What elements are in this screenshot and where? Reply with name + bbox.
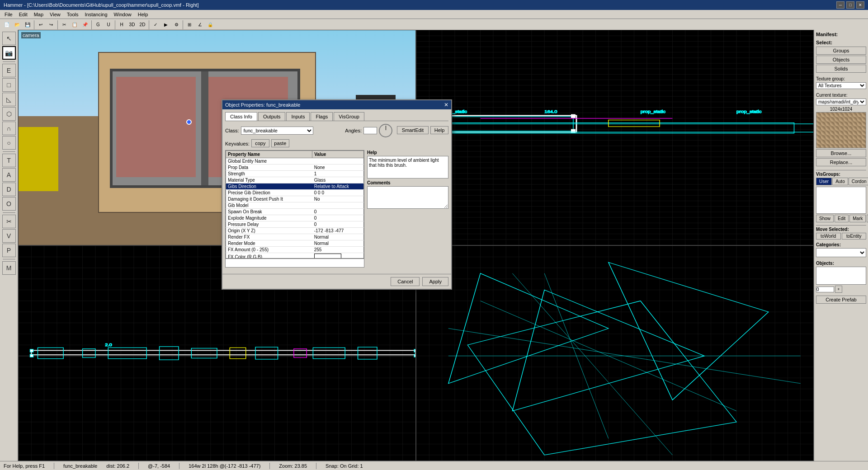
table-row[interactable]: FX Color (R G B) [226,253,364,259]
maximize-button[interactable]: □ [846,1,854,9]
comments-textarea[interactable] [367,186,448,209]
minimize-button[interactable]: ─ [836,1,844,9]
cancel-button[interactable]: Cancel [391,277,420,286]
tool-cylinder[interactable]: ⬡ [2,107,16,121]
dialog-close-button[interactable]: ✕ [444,102,448,108]
menu-view[interactable]: View [47,11,63,18]
objects-count-input[interactable] [816,287,834,292]
toolbar-snap-grid[interactable]: ⊞ [184,20,194,30]
table-row[interactable]: FX Amount (0 - 255)255 [226,247,364,253]
tool-entity[interactable]: E [2,64,16,77]
tool-texture[interactable]: T [2,154,16,167]
categories-select[interactable] [816,248,866,257]
toolbar-check[interactable]: ✓ [151,20,160,30]
tool-arch[interactable]: ∩ [2,122,16,135]
menu-help[interactable]: Help [135,11,151,18]
menu-tools[interactable]: Tools [64,11,81,18]
viewport-side[interactable] [416,245,814,461]
show-visgroup-button[interactable]: Show [816,215,834,222]
table-row[interactable]: Global Entity Name [226,158,364,164]
tool-block[interactable]: □ [2,78,16,92]
toolbar-compile[interactable]: ▶ [161,20,171,30]
table-row[interactable]: Render ModeNormal [226,240,364,247]
current-texture-select[interactable]: maps/ramadi/int_drywa [816,99,866,105]
table-row[interactable]: Spawn On Break0 [226,209,364,215]
tab-flags[interactable]: Flags [311,112,333,121]
toolbar-run[interactable]: ⚙ [171,20,181,30]
to-world-button[interactable]: toWorld [816,233,841,240]
table-row[interactable]: Damaging it Doesnt Push ItNo [226,196,364,202]
tool-overlay[interactable]: O [2,197,16,211]
edit-visgroup-button[interactable]: Edit [835,215,849,222]
table-row[interactable]: Pressure Delay0 [226,221,364,228]
menu-file[interactable]: File [2,11,15,18]
table-row[interactable]: Gib Model [226,202,364,209]
solids-button[interactable]: Solids [816,65,866,73]
toolbar-3d[interactable]: 3D [127,20,137,30]
toolbar-snap-angle[interactable]: ∠ [195,20,205,30]
apply-button[interactable]: Apply [422,277,448,286]
paste-button[interactable]: paste [271,139,289,147]
menu-window[interactable]: Window [111,11,134,18]
replace-button[interactable]: Replace... [816,158,866,166]
to-entity-button[interactable]: toEntity [842,233,867,240]
cordon-visgroup-button[interactable]: Cordon [849,178,868,185]
tool-decal[interactable]: D [2,183,16,196]
menu-instancing[interactable]: Instancing [82,11,110,18]
toolbar-save[interactable]: 💾 [23,20,33,30]
tool-camera[interactable]: 📷 [2,46,16,60]
tab-outputs[interactable]: Outputs [258,112,286,121]
auto-visgroup-button[interactable]: Auto [832,178,848,185]
user-visgroup-button[interactable]: User [816,178,832,185]
tab-inputs[interactable]: Inputs [286,112,310,121]
menu-edit[interactable]: Edit [16,11,30,18]
objects-button[interactable]: Objects [816,56,866,64]
toolbar-new[interactable]: 📄 [2,20,12,30]
table-row[interactable]: Prop DataNone [226,164,364,171]
table-row[interactable]: Strength1 [226,171,364,177]
tool-sphere[interactable]: ○ [2,136,16,150]
texture-group-select[interactable]: All Textures [816,82,866,89]
table-row[interactable]: Precise Gib Direction0 0 0 [226,190,364,196]
toolbar-redo[interactable]: ↪ [46,20,56,30]
tool-wedge[interactable]: ◺ [2,93,16,106]
toolbar-undo[interactable]: ↩ [36,20,46,30]
class-select[interactable]: func_breakable [241,127,313,135]
tool-apply[interactable]: A [2,168,16,182]
table-row[interactable]: Gibs DirectionRelative to Attack [226,183,364,190]
objects-increment-button[interactable]: + [835,286,842,293]
toolbar-group[interactable]: G [93,20,103,30]
tool-vertex[interactable]: V [2,229,16,243]
toolbar-texture-lock[interactable]: 🔒 [205,20,215,30]
viewport-top[interactable]: prop_static 164.0 prop_static prop_stati… [416,30,814,245]
table-row[interactable]: Render FXNormal [226,234,364,240]
table-row[interactable]: Origin (X Y Z)-172 -813 -477 [226,228,364,234]
close-button[interactable]: ✕ [856,1,864,9]
props-table-wrap[interactable]: Property Name Value Global Entity NamePr… [225,150,364,258]
current-value-field[interactable]: Relative to Attack [225,258,364,268]
tool-pointer[interactable]: ↖ [2,32,16,45]
tool-measure[interactable]: M [2,261,16,275]
tab-visgroup[interactable]: VisGroup [334,112,364,121]
toolbar-hide[interactable]: H [117,20,127,30]
help-button[interactable]: Help [430,126,448,134]
table-row[interactable]: Explode Magnitude0 [226,215,364,221]
toolbar-ungroup[interactable]: U [104,20,113,30]
toolbar-cut[interactable]: ✂ [59,20,69,30]
angles-input[interactable]: 0 [363,127,377,134]
toolbar-paste[interactable]: 📌 [80,20,90,30]
smart-edit-button[interactable]: SmartEdit [397,126,429,134]
tool-clip[interactable]: ✂ [2,215,16,228]
toolbar-copy[interactable]: 📋 [70,20,80,30]
browse-button[interactable]: Browse... [816,149,866,157]
toolbar-open[interactable]: 📂 [12,20,22,30]
toolbar-2d[interactable]: 2D [137,20,147,30]
table-row[interactable]: Material TypeGlass [226,177,364,183]
tool-path[interactable]: P [2,244,16,257]
create-prefab-button[interactable]: Create Prefab [816,296,866,304]
tab-class-info[interactable]: Class Info [225,112,257,121]
menu-map[interactable]: Map [31,11,46,18]
mark-visgroup-button[interactable]: Mark [849,215,866,222]
copy-button[interactable]: copy [251,139,269,147]
groups-button[interactable]: Groups [816,47,866,55]
